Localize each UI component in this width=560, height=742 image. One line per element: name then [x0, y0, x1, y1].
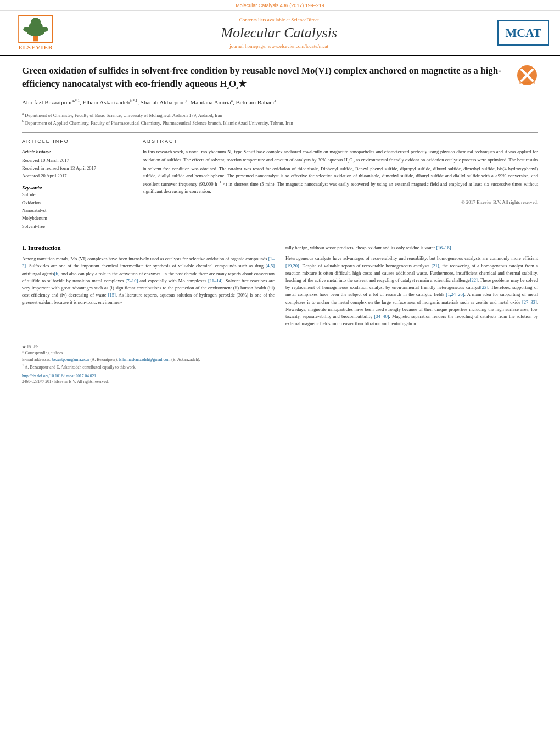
article-title-section: Green oxidation of sulfides in solvent-f… — [22, 64, 538, 91]
issn-note: 2468-8231/© 2017 Elsevier B.V. All right… — [22, 378, 538, 384]
divider-1 — [22, 132, 538, 133]
article-info-label: ARTICLE INFO — [22, 138, 132, 144]
email-link-2[interactable]: Elhamaskarizadeh@gmail.com — [119, 357, 171, 362]
received-date: Received 10 March 2017 — [22, 158, 69, 163]
intro-right-text: tally benign, without waste products, ch… — [285, 244, 538, 327]
journal-header: ELSEVIER Contents lists available at Sci… — [0, 11, 560, 56]
svg-text:CrossMark: CrossMark — [519, 81, 535, 85]
svg-point-3 — [31, 18, 41, 26]
keywords-section: Keywords: Sulfide Oxidation Nanocatalyst… — [22, 185, 132, 230]
crossmark-icon: CrossMark — [516, 64, 538, 86]
intro-right-col: tally benign, without waste products, ch… — [285, 244, 538, 331]
authors: Abolfazl Bezaatpoura,*,1, Elham Askariza… — [22, 98, 538, 108]
abstract-label: ABSTRACT — [143, 138, 538, 144]
journal-center: Contents lists available at ScienceDirec… — [71, 17, 486, 49]
volume-info: Molecular Catalysis 436 (2017) 199–219 — [236, 3, 324, 8]
journal-abbr: MCAT — [497, 20, 549, 46]
history-label: Article history: — [22, 148, 132, 156]
elsevier-tree-icon — [16, 15, 55, 43]
article-info: ARTICLE INFO Article history: Received 1… — [22, 138, 132, 231]
email-link-1[interactable]: bezaatpour@uma.ac.ir — [52, 357, 89, 362]
introduction-section: 1. Introduction Among transition metals,… — [22, 244, 538, 331]
article-page: Molecular Catalysis 436 (2017) 199–219 — [0, 0, 560, 742]
homepage-link[interactable]: www.elsevier.com/locate/mcat — [268, 43, 328, 49]
affiliation-b: b Department of Applied Chemistry, Facul… — [22, 119, 538, 127]
corresponding-note: * Corresponding authors. — [22, 350, 538, 356]
affiliations: a Department of Chemistry, Faculty of Ba… — [22, 111, 538, 127]
sciencedirect-link[interactable]: ScienceDirect — [291, 17, 318, 23]
intro-left-col: 1. Introduction Among transition metals,… — [22, 244, 275, 331]
keyword-3: Nanocatalyst — [22, 207, 132, 214]
keyword-2: Oxidation — [22, 199, 132, 207]
keyword-4: Molybdenum — [22, 214, 132, 222]
article-history: Article history: Received 10 March 2017 … — [22, 148, 132, 180]
divider-2 — [22, 236, 538, 236]
star-note: ★ JALPS — [22, 344, 538, 350]
keyword-5: Solvent-free — [22, 222, 132, 230]
elsevier-wordmark: ELSEVIER — [18, 44, 53, 51]
section-heading-intro: 1. Introduction — [22, 244, 275, 251]
svg-point-5 — [40, 27, 48, 32]
affiliation-a: a Department of Chemistry, Faculty of Ba… — [22, 111, 538, 119]
accepted-date: Accepted 20 April 2017 — [22, 173, 66, 178]
email-note: E-mail addresses: bezaatpour@uma.ac.ir (… — [22, 356, 538, 362]
journal-homepage: journal homepage: www.elsevier.com/locat… — [71, 43, 486, 49]
abstract-text: In this research work, a novel molybdenu… — [143, 148, 538, 196]
copyright: © 2017 Elsevier B.V. All rights reserved… — [143, 199, 538, 205]
article-content: Green oxidation of sulfides in solvent-f… — [0, 56, 560, 393]
abstract-section: ABSTRACT In this research work, a novel … — [143, 138, 538, 231]
intro-left-text: Among transition metals, Mo (VI) complex… — [22, 255, 275, 306]
doi-link[interactable]: http://dx.doi.org/10.1016/j.mcat.2017.04… — [22, 373, 538, 378]
footer-notes: ★ JALPS * Corresponding authors. E-mail … — [22, 339, 538, 384]
volume-bar: Molecular Catalysis 436 (2017) 199–219 — [0, 0, 560, 11]
keyword-list: Sulfide Oxidation Nanocatalyst Molybdenu… — [22, 191, 132, 230]
svg-point-4 — [23, 27, 31, 32]
article-title: Green oxidation of sulfides in solvent-f… — [22, 64, 508, 91]
article-info-abstract: ARTICLE INFO Article history: Received 1… — [22, 138, 538, 231]
keyword-1: Sulfide — [22, 191, 132, 198]
keywords-label: Keywords: — [22, 185, 132, 191]
elsevier-logo: ELSEVIER — [11, 15, 60, 51]
journal-title: Molecular Catalysis — [71, 25, 486, 41]
journal-available: Contents lists available at ScienceDirec… — [71, 17, 486, 23]
received-revised-date: Received in revised form 13 April 2017 — [22, 165, 96, 171]
footnote-1: 1 A. Bezaatpour and E. Askarizadeh contr… — [22, 362, 538, 370]
